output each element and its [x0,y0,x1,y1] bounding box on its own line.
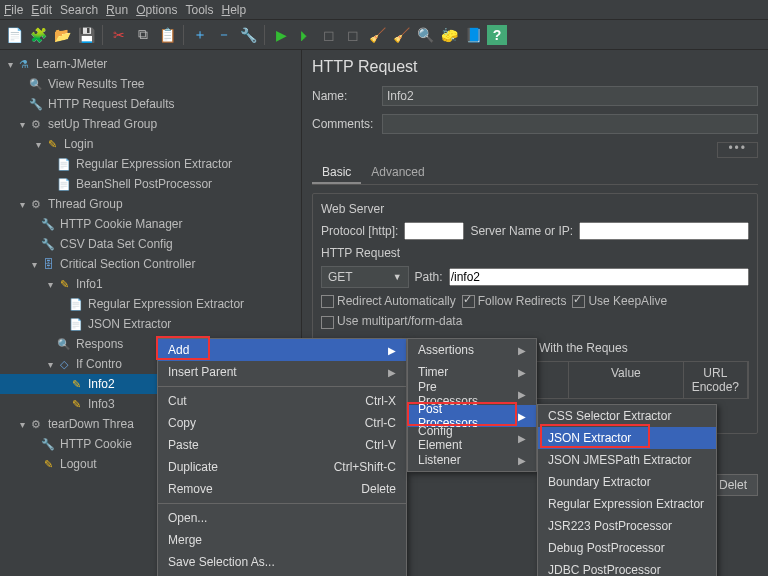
search-icon[interactable]: 🔍 [415,25,435,45]
ctx-paste[interactable]: PasteCtrl-V [158,434,406,456]
redirect-auto-checkbox[interactable] [321,295,334,308]
templates-icon[interactable]: 🧩 [28,25,48,45]
ctx-remove[interactable]: RemoveDelete [158,478,406,500]
clear-icon[interactable]: 🧹 [367,25,387,45]
run-icon[interactable]: ▶ [271,25,291,45]
new-icon[interactable]: 📄 [4,25,24,45]
ctx-add[interactable]: Add▶ [158,339,406,361]
tree-item[interactable]: 🔍View Results Tree [0,74,301,94]
ctx-listener[interactable]: Listener▶ [408,449,536,471]
tree-item[interactable]: ▾🗄Critical Section Controller [0,254,301,274]
comments-input[interactable] [382,114,758,134]
wrench-icon[interactable]: 🔧 [238,25,258,45]
menu-help[interactable]: Help [222,3,247,17]
context-submenu-add: Assertions▶ Timer▶ Pre Processors▶ Post … [407,338,537,472]
reset-search-icon[interactable]: 🧽 [439,25,459,45]
menu-search[interactable]: Search [60,3,98,17]
webserver-label: Web Server [321,202,749,216]
ctx-jmespath-extractor[interactable]: JSON JMESPath Extractor [538,449,716,471]
path-input[interactable] [449,268,749,286]
expand-icon[interactable]: ••• [717,142,758,158]
tree-item[interactable]: ▾⚙setUp Thread Group [0,114,301,134]
server-label: Server Name or IP: [470,224,573,238]
tree-item[interactable]: ▾✎Info1 [0,274,301,294]
follow-redirects-checkbox[interactable] [462,295,475,308]
httprequest-label: HTTP Request [321,246,749,260]
menubar: File Edit Search Run Options Tools Help [0,0,768,20]
ctx-regex-extractor[interactable]: Regular Expression Extractor [538,493,716,515]
ctx-assertions[interactable]: Assertions▶ [408,339,536,361]
ctx-json-extractor[interactable]: JSON Extractor [538,427,716,449]
minus-icon[interactable]: － [214,25,234,45]
ctx-css-extractor[interactable]: CSS Selector Extractor [538,405,716,427]
tree-root[interactable]: ▾⚗Learn-JMeter [0,54,301,74]
context-submenu-post: CSS Selector Extractor JSON Extractor JS… [537,404,717,576]
menu-tools[interactable]: Tools [186,3,214,17]
run-nopause-icon[interactable]: ⏵ [295,25,315,45]
ctx-insert-parent[interactable]: Insert Parent▶ [158,361,406,383]
paste-icon[interactable]: 📋 [157,25,177,45]
ctx-config-element[interactable]: Config Element▶ [408,427,536,449]
menu-edit[interactable]: Edit [31,3,52,17]
plus-icon[interactable]: ＋ [190,25,210,45]
ctx-duplicate[interactable]: DuplicateCtrl+Shift-C [158,456,406,478]
ctx-jsr223[interactable]: JSR223 PostProcessor [538,515,716,537]
multipart-checkbox[interactable] [321,316,334,329]
ctx-copy[interactable]: CopyCtrl-C [158,412,406,434]
ctx-cut[interactable]: CutCtrl-X [158,390,406,412]
ctx-debug[interactable]: Debug PostProcessor [538,537,716,559]
server-input[interactable] [579,222,749,240]
tree-item[interactable]: 📄Regular Expression Extractor [0,154,301,174]
protocol-label: Protocol [http]: [321,224,398,238]
tab-advanced[interactable]: Advanced [361,162,434,184]
toolbar: 📄 🧩 📂 💾 ✂ ⧉ 📋 ＋ － 🔧 ▶ ⏵ ◻ ◻ 🧹 🧹 🔍 🧽 📘 ? [0,20,768,50]
menu-options[interactable]: Options [136,3,177,17]
copy-icon[interactable]: ⧉ [133,25,153,45]
stop-icon[interactable]: ◻ [319,25,339,45]
tab-basic[interactable]: Basic [312,162,361,184]
tree-item[interactable]: ▾✎Login [0,134,301,154]
menu-file[interactable]: File [4,3,23,17]
name-input[interactable] [382,86,758,106]
ctx-merge[interactable]: Merge [158,529,406,551]
method-select[interactable]: GET▼ [321,266,409,288]
tree-item[interactable]: 📄BeanShell PostProcessor [0,174,301,194]
clear-all-icon[interactable]: 🧹 [391,25,411,45]
shutdown-icon[interactable]: ◻ [343,25,363,45]
ctx-boundary-extractor[interactable]: Boundary Extractor [538,471,716,493]
ctx-save-selection[interactable]: Save Selection As... [158,551,406,573]
tree-item[interactable]: 📄Regular Expression Extractor [0,294,301,314]
comments-label: Comments: [312,117,382,131]
panel-title: HTTP Request [312,58,758,76]
function-icon[interactable]: 📘 [463,25,483,45]
context-menu: Add▶ Insert Parent▶ CutCtrl-X CopyCtrl-C… [157,338,407,576]
save-icon[interactable]: 💾 [76,25,96,45]
tree-item[interactable]: 🔧CSV Data Set Config [0,234,301,254]
ctx-jdbc[interactable]: JDBC PostProcessor [538,559,716,576]
keepalive-checkbox[interactable] [572,295,585,308]
open-icon[interactable]: 📂 [52,25,72,45]
path-label: Path: [415,270,443,284]
tree-item[interactable]: 📄JSON Extractor [0,314,301,334]
tree-item[interactable]: 🔧HTTP Request Defaults [0,94,301,114]
tree-item[interactable]: ▾⚙Thread Group [0,194,301,214]
cut-icon[interactable]: ✂ [109,25,129,45]
name-label: Name: [312,89,382,103]
tree-item[interactable]: 🔧HTTP Cookie Manager [0,214,301,234]
ctx-open[interactable]: Open... [158,507,406,529]
help-icon[interactable]: ? [487,25,507,45]
protocol-input[interactable] [404,222,464,240]
menu-run[interactable]: Run [106,3,128,17]
